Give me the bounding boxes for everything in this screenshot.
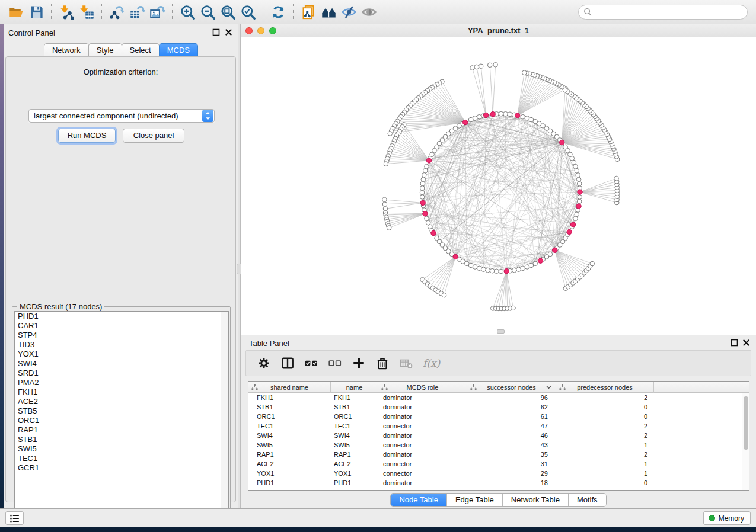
table-cell[interactable]: 1 [556, 440, 654, 450]
table-scrollbar[interactable] [742, 393, 749, 491]
graph-node[interactable] [420, 195, 425, 200]
deselect-all-icon[interactable] [328, 356, 342, 370]
table-row[interactable]: STB1STB1dominator620 [248, 402, 749, 412]
graph-node[interactable] [487, 63, 492, 68]
zoom-out-button[interactable] [197, 2, 218, 22]
graph-node[interactable] [383, 207, 388, 211]
tab-motifs[interactable]: Motifs [569, 494, 606, 506]
criterion-dropdown[interactable]: largest connected component (undirected) [28, 109, 215, 123]
graph-node[interactable] [420, 190, 425, 195]
graph-hub-node[interactable] [483, 113, 488, 117]
graph-hub-node[interactable] [431, 230, 436, 235]
graph-hub-node[interactable] [504, 269, 509, 274]
tab-network[interactable]: Network [44, 43, 89, 56]
list-item[interactable]: TEC1 [15, 454, 228, 463]
graph-hub-node[interactable] [420, 200, 425, 205]
graph-node[interactable] [577, 199, 582, 204]
graph-node[interactable] [423, 168, 428, 173]
graph-node[interactable] [420, 181, 425, 186]
list-item[interactable]: PHD1 [15, 312, 228, 321]
run-mcds-button[interactable]: Run MCDS [58, 129, 116, 143]
window-minimize-icon[interactable] [257, 27, 264, 34]
graph-node[interactable] [495, 269, 499, 274]
table-cell[interactable]: SWI4 [331, 431, 378, 440]
table-cell[interactable]: 31 [467, 459, 556, 469]
close-panel-button[interactable]: Close panel [123, 129, 184, 143]
graph-node[interactable] [387, 226, 391, 230]
list-item[interactable]: CAR1 [15, 321, 228, 331]
graph-hub-node[interactable] [538, 258, 543, 263]
graph-node[interactable] [486, 268, 490, 273]
network-canvas[interactable] [241, 37, 756, 335]
list-item[interactable]: RAP1 [15, 425, 228, 435]
table-cell[interactable]: ORC1 [331, 412, 378, 421]
graph-node[interactable] [382, 202, 387, 207]
search-input[interactable] [578, 5, 748, 20]
mcds-list-scrollbar[interactable] [221, 312, 228, 524]
column-header-shared-name[interactable]: shared name [248, 382, 331, 393]
graph-node[interactable] [474, 65, 479, 69]
table-cell[interactable]: dominator [378, 450, 467, 459]
graph-node[interactable] [382, 197, 387, 202]
table-cell[interactable]: TEC1 [331, 421, 378, 431]
graph-node[interactable] [499, 269, 503, 274]
export-image-button[interactable] [147, 2, 167, 22]
table-cell[interactable]: connector [378, 469, 467, 478]
graph-hub-node[interactable] [567, 229, 572, 234]
table-cell[interactable]: connector [378, 421, 467, 431]
graph-node[interactable] [512, 268, 517, 273]
graph-node[interactable] [425, 164, 429, 169]
table-cell[interactable]: dominator [378, 393, 467, 402]
table-cell[interactable]: TEC1 [248, 421, 331, 431]
refresh-view-button[interactable] [268, 2, 288, 22]
graph-node[interactable] [508, 112, 512, 117]
graph-node[interactable] [442, 293, 446, 297]
table-cell[interactable]: 0 [556, 412, 654, 421]
float-panel-icon[interactable] [212, 28, 220, 36]
table-cell[interactable]: ORC1 [248, 412, 331, 421]
graph-hub-node[interactable] [553, 248, 557, 252]
graph-hub-node[interactable] [576, 204, 581, 209]
table-cell[interactable]: connector [378, 459, 467, 469]
graph-node[interactable] [548, 252, 553, 257]
memory-button[interactable]: Memory [703, 511, 751, 525]
table-cell[interactable]: 47 [467, 421, 556, 431]
graph-node[interactable] [563, 88, 567, 92]
table-row[interactable]: RAP1RAP1dominator352 [248, 450, 749, 459]
table-cell[interactable]: 62 [467, 402, 556, 412]
list-item[interactable]: GCR1 [15, 463, 228, 473]
table-row[interactable]: SWI4SWI4dominator462 [248, 431, 749, 440]
list-item[interactable]: FKH1 [15, 387, 228, 397]
table-cell[interactable]: RAP1 [331, 450, 378, 459]
table-row[interactable]: FKH1FKH1dominator962 [248, 393, 749, 402]
save-session-button[interactable] [26, 2, 46, 22]
dropdown-stepper-icon[interactable] [202, 110, 213, 122]
graph-hub-node[interactable] [570, 222, 575, 227]
graph-node[interactable] [573, 164, 578, 169]
table-cell[interactable]: SWI5 [331, 440, 378, 450]
table-settings-gear-icon[interactable] [257, 356, 271, 370]
graph-hub-node[interactable] [578, 190, 582, 194]
table-cell[interactable]: SWI5 [248, 440, 331, 450]
graph-node[interactable] [525, 265, 529, 270]
mcds-result-list[interactable]: PHD1CAR1STP4TID3YOX1SWI4SRD1PMA2FKH1ACE2… [14, 311, 229, 525]
graph-node[interactable] [521, 266, 525, 271]
table-cell[interactable]: ACE2 [248, 459, 331, 469]
graph-node[interactable] [473, 265, 477, 270]
table-row[interactable]: ACE2ACE2connector311 [248, 459, 749, 469]
export-table-button[interactable] [127, 2, 147, 22]
list-item[interactable]: ORC1 [15, 416, 228, 425]
graph-node[interactable] [576, 177, 581, 182]
table-cell[interactable]: 2 [556, 393, 654, 402]
window-maximize-icon[interactable] [269, 27, 276, 34]
tab-edge-table[interactable]: Edge Table [447, 494, 503, 506]
graph-node[interactable] [578, 195, 582, 200]
table-cell[interactable]: 35 [467, 450, 556, 459]
tab-mcds[interactable]: MCDS [159, 43, 198, 56]
graph-node[interactable] [473, 116, 477, 121]
zoom-selected-button[interactable] [238, 2, 258, 22]
table-cell[interactable]: FKH1 [331, 393, 378, 402]
graph-node[interactable] [511, 306, 516, 310]
graph-node[interactable] [470, 66, 475, 70]
table-cell[interactable]: YOX1 [248, 469, 331, 478]
